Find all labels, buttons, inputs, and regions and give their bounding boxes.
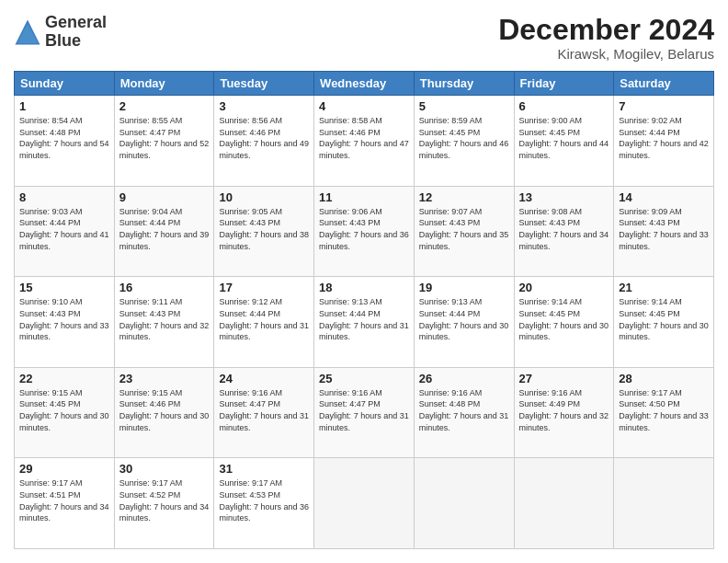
month-title: December 2024 <box>498 14 714 46</box>
table-row: 13 Sunrise: 9:08 AMSunset: 4:43 PMDaylig… <box>514 186 614 277</box>
page: General Blue December 2024 Kirawsk, Mogi… <box>0 0 728 563</box>
day-info: Sunrise: 8:56 AMSunset: 4:46 PMDaylight:… <box>219 115 309 161</box>
table-row <box>414 458 514 549</box>
table-row: 25 Sunrise: 9:16 AMSunset: 4:47 PMDaylig… <box>314 367 415 458</box>
day-number: 10 <box>219 190 309 204</box>
table-row: 8 Sunrise: 9:03 AMSunset: 4:44 PMDayligh… <box>15 186 115 277</box>
day-number: 30 <box>119 462 210 476</box>
day-number: 22 <box>19 372 109 385</box>
day-info: Sunrise: 9:14 AMSunset: 4:45 PMDaylight:… <box>619 296 709 342</box>
logo-line2: Blue <box>45 32 107 51</box>
day-info: Sunrise: 9:14 AMSunset: 4:45 PMDaylight:… <box>519 296 609 342</box>
table-row: 3 Sunrise: 8:56 AMSunset: 4:46 PMDayligh… <box>214 96 314 187</box>
day-info: Sunrise: 9:16 AMSunset: 4:47 PMDaylight:… <box>219 387 309 433</box>
day-info: Sunrise: 9:07 AMSunset: 4:43 PMDaylight:… <box>419 206 509 252</box>
svg-marker-1 <box>17 24 39 43</box>
day-number: 19 <box>419 281 509 294</box>
table-row: 15 Sunrise: 9:10 AMSunset: 4:43 PMDaylig… <box>15 277 115 368</box>
logo-icon <box>14 18 41 46</box>
calendar-row: 29 Sunrise: 9:17 AMSunset: 4:51 PMDaylig… <box>15 458 714 549</box>
table-row: 16 Sunrise: 9:11 AMSunset: 4:43 PMDaylig… <box>114 277 214 368</box>
col-monday: Monday <box>114 72 214 96</box>
logo-line1: General <box>45 14 107 32</box>
col-friday: Friday <box>514 72 614 96</box>
day-info: Sunrise: 9:16 AMSunset: 4:48 PMDaylight:… <box>419 387 509 433</box>
day-number: 2 <box>119 99 210 113</box>
day-number: 24 <box>219 372 309 385</box>
table-row: 1 Sunrise: 8:54 AMSunset: 4:48 PMDayligh… <box>15 96 115 187</box>
day-number: 26 <box>419 372 509 385</box>
table-row: 29 Sunrise: 9:17 AMSunset: 4:51 PMDaylig… <box>15 458 115 549</box>
day-number: 29 <box>19 462 109 476</box>
col-thursday: Thursday <box>414 72 514 96</box>
day-info: Sunrise: 9:17 AMSunset: 4:50 PMDaylight:… <box>619 387 709 433</box>
day-info: Sunrise: 9:17 AMSunset: 4:51 PMDaylight:… <box>19 477 109 523</box>
day-number: 15 <box>19 281 109 294</box>
day-number: 21 <box>619 281 709 294</box>
day-info: Sunrise: 9:02 AMSunset: 4:44 PMDaylight:… <box>619 115 709 161</box>
table-row <box>614 458 714 549</box>
day-number: 13 <box>519 190 609 204</box>
day-number: 25 <box>319 372 409 385</box>
day-info: Sunrise: 8:55 AMSunset: 4:47 PMDaylight:… <box>119 115 210 161</box>
day-info: Sunrise: 9:05 AMSunset: 4:43 PMDaylight:… <box>219 206 309 252</box>
table-row: 19 Sunrise: 9:13 AMSunset: 4:44 PMDaylig… <box>414 277 514 368</box>
col-saturday: Saturday <box>614 72 714 96</box>
day-number: 28 <box>619 372 709 385</box>
day-info: Sunrise: 9:00 AMSunset: 4:45 PMDaylight:… <box>519 115 609 161</box>
table-row: 5 Sunrise: 8:59 AMSunset: 4:45 PMDayligh… <box>414 96 514 187</box>
day-number: 14 <box>619 190 709 204</box>
day-number: 27 <box>519 372 609 385</box>
day-number: 3 <box>219 99 309 113</box>
table-row: 24 Sunrise: 9:16 AMSunset: 4:47 PMDaylig… <box>214 367 314 458</box>
table-row: 30 Sunrise: 9:17 AMSunset: 4:52 PMDaylig… <box>114 458 214 549</box>
table-row: 14 Sunrise: 9:09 AMSunset: 4:43 PMDaylig… <box>614 186 714 277</box>
table-row: 4 Sunrise: 8:58 AMSunset: 4:46 PMDayligh… <box>314 96 415 187</box>
day-info: Sunrise: 9:16 AMSunset: 4:47 PMDaylight:… <box>319 387 409 433</box>
day-number: 31 <box>219 462 309 476</box>
day-info: Sunrise: 9:12 AMSunset: 4:44 PMDaylight:… <box>219 296 309 342</box>
day-info: Sunrise: 9:17 AMSunset: 4:53 PMDaylight:… <box>219 477 309 523</box>
day-info: Sunrise: 9:10 AMSunset: 4:43 PMDaylight:… <box>19 296 109 342</box>
day-number: 17 <box>219 281 309 294</box>
table-row: 28 Sunrise: 9:17 AMSunset: 4:50 PMDaylig… <box>614 367 714 458</box>
day-number: 12 <box>419 190 509 204</box>
day-info: Sunrise: 9:03 AMSunset: 4:44 PMDaylight:… <box>19 206 109 252</box>
day-info: Sunrise: 9:11 AMSunset: 4:43 PMDaylight:… <box>119 296 210 342</box>
calendar-row: 8 Sunrise: 9:03 AMSunset: 4:44 PMDayligh… <box>15 186 714 277</box>
day-number: 6 <box>519 99 609 113</box>
day-info: Sunrise: 8:58 AMSunset: 4:46 PMDaylight:… <box>319 115 409 161</box>
table-row: 2 Sunrise: 8:55 AMSunset: 4:47 PMDayligh… <box>114 96 214 187</box>
table-row: 23 Sunrise: 9:15 AMSunset: 4:46 PMDaylig… <box>114 367 214 458</box>
calendar-table: Sunday Monday Tuesday Wednesday Thursday… <box>14 71 714 549</box>
table-row: 18 Sunrise: 9:13 AMSunset: 4:44 PMDaylig… <box>314 277 415 368</box>
table-row: 21 Sunrise: 9:14 AMSunset: 4:45 PMDaylig… <box>614 277 714 368</box>
table-row: 27 Sunrise: 9:16 AMSunset: 4:49 PMDaylig… <box>514 367 614 458</box>
table-row: 10 Sunrise: 9:05 AMSunset: 4:43 PMDaylig… <box>214 186 314 277</box>
title-block: December 2024 Kirawsk, Mogilev, Belarus <box>498 14 714 62</box>
day-number: 20 <box>519 281 609 294</box>
table-row: 22 Sunrise: 9:15 AMSunset: 4:45 PMDaylig… <box>15 367 115 458</box>
day-info: Sunrise: 9:17 AMSunset: 4:52 PMDaylight:… <box>119 477 210 523</box>
col-tuesday: Tuesday <box>214 72 314 96</box>
header: General Blue December 2024 Kirawsk, Mogi… <box>14 14 714 62</box>
table-row: 26 Sunrise: 9:16 AMSunset: 4:48 PMDaylig… <box>414 367 514 458</box>
day-number: 11 <box>319 190 409 204</box>
day-number: 8 <box>19 190 109 204</box>
day-info: Sunrise: 8:54 AMSunset: 4:48 PMDaylight:… <box>19 115 109 161</box>
table-row: 7 Sunrise: 9:02 AMSunset: 4:44 PMDayligh… <box>614 96 714 187</box>
calendar-row: 15 Sunrise: 9:10 AMSunset: 4:43 PMDaylig… <box>15 277 714 368</box>
col-wednesday: Wednesday <box>314 72 415 96</box>
day-number: 9 <box>119 190 210 204</box>
day-info: Sunrise: 9:16 AMSunset: 4:49 PMDaylight:… <box>519 387 609 433</box>
table-row: 17 Sunrise: 9:12 AMSunset: 4:44 PMDaylig… <box>214 277 314 368</box>
day-number: 23 <box>119 372 210 385</box>
day-info: Sunrise: 9:06 AMSunset: 4:43 PMDaylight:… <box>319 206 409 252</box>
table-row: 9 Sunrise: 9:04 AMSunset: 4:44 PMDayligh… <box>114 186 214 277</box>
location: Kirawsk, Mogilev, Belarus <box>498 46 714 62</box>
day-info: Sunrise: 9:13 AMSunset: 4:44 PMDaylight:… <box>319 296 409 342</box>
logo: General Blue <box>14 14 107 51</box>
day-info: Sunrise: 9:15 AMSunset: 4:45 PMDaylight:… <box>19 387 109 433</box>
day-number: 4 <box>319 99 409 113</box>
calendar-row: 22 Sunrise: 9:15 AMSunset: 4:45 PMDaylig… <box>15 367 714 458</box>
